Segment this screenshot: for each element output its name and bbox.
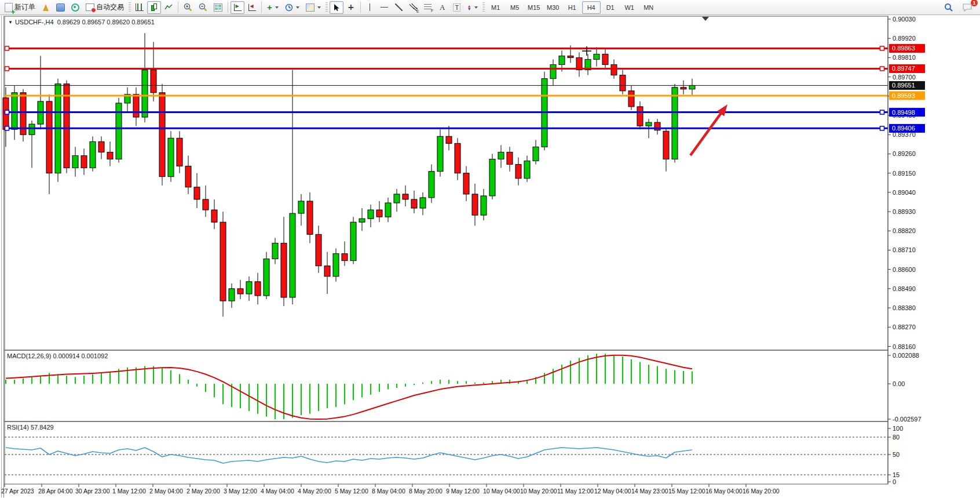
timeframe-M15[interactable]: M15 (525, 1, 543, 14)
market-signals-button[interactable] (68, 1, 82, 14)
candle-body (229, 289, 235, 301)
candle-body (12, 93, 17, 129)
candle-body (159, 93, 165, 177)
cursor-button[interactable] (330, 1, 343, 14)
timeframe-M30[interactable]: M30 (544, 1, 562, 14)
notifications-button[interactable]: 1 (960, 1, 975, 14)
line-handle[interactable] (5, 67, 9, 71)
toolbar-separator (261, 2, 262, 13)
toolbar: 新订单 自动交易 + (0, 0, 980, 15)
bar-chart-icon (136, 3, 144, 11)
line-handle[interactable] (880, 67, 884, 71)
chart-title-row[interactable]: ▼USDCHF-,H4 0.89629 0.89657 0.89620 0.89… (8, 19, 155, 26)
chart-canvas[interactable]: 0.900300.899200.898100.897000.895900.894… (0, 0, 980, 498)
chart-shift-marker[interactable] (702, 17, 709, 21)
candlestick-chart-button[interactable] (147, 1, 161, 14)
chart-shift-button[interactable] (245, 1, 259, 14)
new-order-icon (5, 3, 13, 12)
timeframe-D1[interactable]: D1 (601, 1, 620, 14)
vertical-line-icon (370, 3, 370, 11)
line-handle[interactable] (880, 110, 884, 114)
vertical-line-tool-button[interactable] (363, 1, 377, 14)
zoom-out-button[interactable] (196, 1, 210, 14)
candle-body (194, 187, 200, 199)
candle-body (568, 56, 573, 57)
candle-body (324, 266, 330, 277)
tile-windows-button[interactable] (211, 1, 225, 14)
crosshair-button[interactable]: + (344, 1, 358, 14)
candle-body (255, 282, 261, 296)
time-axis[interactable] (0, 485, 888, 498)
candle-body (316, 234, 321, 266)
candle-body (203, 199, 209, 210)
candle-body (481, 196, 487, 215)
symbol-dropdown-icon: ▼ (8, 20, 13, 25)
timeframe-M5[interactable]: M5 (506, 1, 524, 14)
candle-body (281, 243, 287, 297)
add-indicator-button[interactable]: + (264, 1, 281, 14)
candle-body (611, 64, 617, 75)
arrow-annotation-shaft[interactable] (690, 112, 722, 155)
template-icon (306, 3, 315, 12)
candle-body (168, 138, 174, 176)
candle-body (185, 166, 191, 187)
chevron-down-icon (275, 6, 279, 9)
bar-chart-button[interactable] (133, 1, 147, 14)
window-icon (56, 3, 65, 12)
line-handle[interactable] (5, 46, 9, 50)
line-chart-button[interactable] (162, 1, 175, 14)
templates-button[interactable] (303, 1, 324, 14)
candle-body (472, 194, 478, 215)
trendline-tool-button[interactable] (392, 1, 406, 14)
candle-body (507, 152, 513, 164)
search-button[interactable] (941, 1, 956, 14)
auto-trading-button[interactable]: 自动交易 (83, 1, 127, 14)
candle-body (403, 194, 408, 199)
line-handle[interactable] (5, 110, 9, 114)
candle-body (307, 201, 313, 234)
new-order-button[interactable]: 新订单 (2, 1, 38, 14)
candle-body (246, 282, 252, 294)
timeframe-M1[interactable]: M1 (487, 1, 505, 14)
timeframe-W1[interactable]: W1 (620, 1, 639, 14)
channel-tool-button[interactable] (407, 1, 420, 14)
rsi-line (6, 448, 692, 463)
candle-body (107, 152, 113, 159)
candle-body (489, 159, 495, 195)
line-handle[interactable] (880, 126, 884, 130)
arrows-tool-button[interactable]: ▲▼ (465, 1, 481, 14)
cursor-icon (333, 3, 340, 12)
fibonacci-tool-button[interactable] (421, 1, 435, 14)
periods-button[interactable] (282, 1, 302, 14)
macd-panel[interactable] (5, 350, 888, 421)
zoom-in-button[interactable] (181, 1, 195, 14)
macd-label: MACD(12,26,9) 0.000914 0.001092 (7, 352, 108, 359)
candle-body (177, 138, 182, 166)
chat-bubble-icon (963, 3, 972, 12)
candle-body (559, 56, 565, 64)
signal-icon (71, 3, 79, 12)
timeframe-H4[interactable]: H4 (582, 1, 601, 14)
price-axis[interactable] (888, 16, 980, 484)
rsi-label: RSI(14) 57.8429 (7, 424, 54, 431)
auto-trading-label: 自动交易 (96, 2, 124, 12)
line-handle[interactable] (5, 126, 9, 130)
data-window-button[interactable] (53, 1, 68, 14)
horizontal-line-tool-button[interactable] (378, 1, 392, 14)
auto-scroll-button[interactable] (231, 1, 244, 14)
candle-body (637, 107, 643, 126)
new-order-label: 新订单 (14, 2, 35, 12)
text-label-tool-button[interactable]: T (450, 1, 464, 14)
timeframe-MN[interactable]: MN (639, 1, 658, 14)
candle-body (333, 254, 339, 277)
main-chart-panel[interactable] (5, 16, 888, 350)
line-handle[interactable] (880, 46, 884, 50)
text-tool-icon: A (440, 3, 445, 12)
line-chart-icon (164, 3, 173, 11)
timeframe-H1[interactable]: H1 (563, 1, 582, 14)
text-tool-button[interactable]: A (436, 1, 449, 14)
candle-body (533, 147, 539, 161)
styles-button[interactable] (39, 1, 53, 14)
candle-body (272, 243, 278, 259)
candle-body (290, 213, 295, 297)
